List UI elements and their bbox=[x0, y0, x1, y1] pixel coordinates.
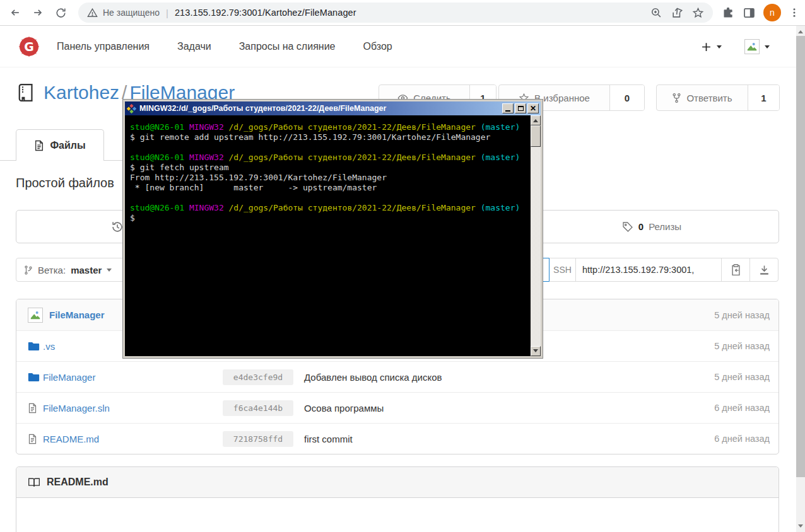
commit-message-link[interactable]: Осова программы bbox=[304, 403, 384, 413]
terminal-scroll-down-icon[interactable] bbox=[531, 346, 541, 356]
file-link[interactable]: FileManager.sln bbox=[43, 403, 110, 413]
terminal-command: $ git remote add upstream http://213.155… bbox=[130, 132, 531, 142]
close-button[interactable]: ✕ bbox=[527, 103, 539, 113]
star-count[interactable]: 0 bbox=[609, 85, 644, 110]
repo-book-icon bbox=[16, 83, 35, 103]
mingw-icon bbox=[127, 104, 136, 113]
extensions-puzzle-icon[interactable] bbox=[722, 6, 735, 20]
prompt-env: MINGW32 bbox=[189, 153, 224, 162]
terminal-titlebar[interactable]: MINGW32:/d/_gogs/Работы студентов/2021-2… bbox=[125, 101, 541, 115]
clone-url-bar: HTTP SSH bbox=[512, 258, 779, 282]
file-link[interactable]: FileManager bbox=[43, 372, 95, 383]
copy-to-clipboard-button[interactable] bbox=[721, 258, 750, 282]
branch-selector[interactable]: Ветка: master bbox=[16, 258, 134, 282]
releases-count: 0 bbox=[638, 221, 643, 232]
terminal-prompt-line: stud@N26-01 MINGW32 /d/_gogs/Работы студ… bbox=[130, 122, 531, 132]
file-icon bbox=[28, 403, 43, 413]
commit-message-link[interactable]: Добавлен вывод списка дисков bbox=[304, 372, 442, 383]
prompt-path: /d/_gogs/Работы студентов/2021-22/Деев/F… bbox=[229, 203, 476, 212]
gogs-logo-icon[interactable]: G bbox=[18, 35, 40, 58]
readme-title: README.md bbox=[47, 477, 109, 488]
branch-name: master bbox=[71, 265, 102, 275]
nav-item-pull-requests[interactable]: Запросы на слияние bbox=[239, 41, 336, 52]
terminal-output-line: From http://213.155.192.79:3001/Kartohez… bbox=[130, 173, 531, 183]
terminal-scrollbar-thumb[interactable] bbox=[531, 125, 541, 147]
commit-avatar-broken-image-icon bbox=[28, 308, 43, 323]
new-repo-dropdown[interactable] bbox=[701, 42, 722, 52]
terminal-title: MINGW32:/d/_gogs/Работы студентов/2021-2… bbox=[139, 104, 499, 113]
commit-message-link[interactable]: first commit bbox=[304, 434, 353, 444]
terminal-output: stud@N26-01 MINGW32 /d/_gogs/Работы студ… bbox=[125, 115, 531, 356]
terminal-scrollbar[interactable] bbox=[531, 115, 541, 356]
forward-icon[interactable] bbox=[26, 3, 49, 23]
prompt-env: MINGW32 bbox=[189, 122, 224, 132]
page-scrollbar-thumb[interactable] bbox=[796, 36, 805, 477]
prompt-user: stud@N26-01 bbox=[130, 203, 184, 212]
clone-ssh-button[interactable]: SSH bbox=[549, 258, 576, 282]
readme-header: README.md bbox=[16, 467, 779, 498]
url-text: 213.155.192.79:3001/Kartohez/FileManager bbox=[175, 8, 356, 18]
prompt-branch: (master) bbox=[481, 153, 520, 162]
file-date: 6 дней назад bbox=[714, 403, 770, 413]
minimize-button[interactable] bbox=[502, 103, 514, 113]
clipboard-icon bbox=[730, 263, 742, 276]
branch-label: Ветка: bbox=[38, 265, 66, 275]
svg-text:G: G bbox=[24, 40, 34, 54]
releases-label: Релизы bbox=[649, 221, 681, 232]
prompt-user: stud@N26-01 bbox=[130, 153, 184, 162]
side-panel-icon[interactable] bbox=[743, 6, 756, 20]
share-icon[interactable] bbox=[671, 7, 683, 19]
nav-item-dashboard[interactable]: Панель управления bbox=[57, 41, 150, 52]
terminal-prompt-line: stud@N26-01 MINGW32 /d/_gogs/Работы студ… bbox=[130, 153, 531, 163]
tab-files[interactable]: Файлы bbox=[16, 129, 104, 161]
file-date: 5 дней назад bbox=[714, 372, 770, 382]
commit-author-link[interactable]: FileManager bbox=[49, 309, 105, 320]
zoom-icon[interactable] bbox=[650, 7, 662, 19]
download-button[interactable] bbox=[749, 258, 779, 282]
scroll-down-icon[interactable] bbox=[796, 523, 805, 532]
table-row: FileManager.sln f6ca4e144b Осова програм… bbox=[16, 392, 779, 423]
chevron-down-icon bbox=[107, 269, 112, 274]
file-link[interactable]: .vs bbox=[43, 341, 55, 352]
tag-icon bbox=[622, 221, 633, 233]
fork-button[interactable]: Ответвить bbox=[657, 85, 748, 110]
table-row: README.md 7218758ffd first commit 6 дней… bbox=[16, 423, 779, 454]
terminal-prompt-char: $ bbox=[130, 213, 531, 223]
maximize-button[interactable] bbox=[515, 103, 526, 113]
folder-icon bbox=[28, 341, 43, 351]
fork-count[interactable]: 1 bbox=[748, 85, 779, 110]
terminal-scroll-up-icon[interactable] bbox=[531, 115, 541, 125]
commit-hash-badge[interactable]: f6ca4e144b bbox=[223, 400, 293, 416]
file-link[interactable]: README.md bbox=[43, 434, 99, 444]
nav-item-explore[interactable]: Обзор bbox=[363, 41, 392, 52]
terminal-blank-line bbox=[130, 142, 531, 153]
security-label: Не защищено bbox=[103, 8, 160, 18]
commit-hash-badge[interactable]: 7218758ffd bbox=[223, 431, 293, 447]
commit-hash-badge[interactable]: e4de3cfe9d bbox=[223, 369, 293, 385]
address-bar[interactable]: Не защищено | 213.155.192.79:3001/Kartoh… bbox=[78, 3, 713, 23]
clone-url-input[interactable] bbox=[575, 258, 722, 282]
prompt-path: /d/_gogs/Работы студентов/2021-22/Деев/F… bbox=[229, 153, 476, 162]
terminal-command: $ git fetch upstream bbox=[130, 163, 531, 173]
terminal-output-line: * [new branch] master -> upstream/master bbox=[130, 183, 531, 193]
bookmark-star-icon[interactable] bbox=[692, 7, 704, 19]
not-secure-warning-icon bbox=[87, 8, 98, 18]
menu-dots-icon[interactable] bbox=[789, 7, 800, 18]
open-book-icon bbox=[28, 477, 40, 488]
reload-icon[interactable] bbox=[49, 3, 72, 23]
browser-profile-avatar[interactable]: n bbox=[763, 4, 781, 21]
user-menu-dropdown[interactable] bbox=[744, 39, 770, 54]
file-icon bbox=[28, 434, 43, 444]
repo-owner-link[interactable]: Kartohez bbox=[44, 82, 119, 103]
stat-releases[interactable]: 0 Релизы bbox=[524, 211, 779, 243]
scroll-up-icon[interactable] bbox=[796, 26, 805, 35]
prompt-env: MINGW32 bbox=[189, 203, 224, 212]
file-date: 6 дней назад bbox=[714, 434, 770, 444]
prompt-path: /d/_gogs/Работы студентов/2021-22/Деев/F… bbox=[229, 122, 476, 132]
omnibox-separator: | bbox=[166, 8, 168, 18]
nav-item-issues[interactable]: Задачи bbox=[177, 41, 211, 52]
back-icon[interactable] bbox=[4, 3, 26, 23]
terminal-content: stud@N26-01 MINGW32 /d/_gogs/Работы студ… bbox=[125, 115, 541, 356]
chevron-down-icon bbox=[765, 45, 770, 51]
page-scrollbar[interactable] bbox=[796, 26, 805, 532]
